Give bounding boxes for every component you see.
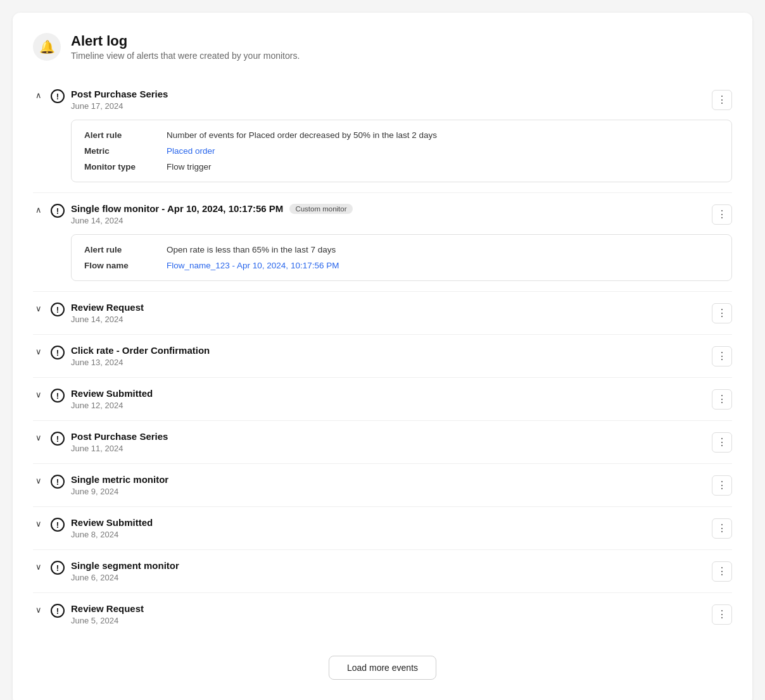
alert-detail-card: Alert rule Open rate is less than 65% in… [71,234,732,281]
chevron-button[interactable]: ∨ [33,518,44,529]
load-more-button[interactable]: Load more events [329,656,436,680]
alert-info: Single metric monitor June 9, 2024 [71,474,168,496]
more-options-button[interactable]: ⋮ [712,432,732,453]
page-container: 🔔 Alert log Timeline view of alerts that… [13,13,752,700]
alert-date: June 13, 2024 [71,358,210,367]
detail-label: Metric [84,146,167,156]
alert-item: ∨ ! Review Request June 5, 2024 ⋮ [33,593,732,635]
alert-title: Click rate - Order Confirmation [71,345,210,356]
chevron-button[interactable]: ∨ [33,432,44,443]
alert-info: Single flow monitor - Apr 10, 2024, 10:1… [71,203,353,225]
warning-icon: ! [51,389,65,403]
more-options-button[interactable]: ⋮ [712,518,732,539]
alert-left: ∧ ! Post Purchase Series June 17, 2024 [33,89,712,111]
detail-row: Metric Placed order [84,146,719,156]
alert-info: Post Purchase Series June 11, 2024 [71,431,168,453]
alert-date: June 12, 2024 [71,401,153,410]
alert-left: ∨ ! Review Request June 14, 2024 [33,302,712,324]
detail-value[interactable]: Flow_name_123 - Apr 10, 2024, 10:17:56 P… [167,261,339,270]
alert-item: ∧ ! Single flow monitor - Apr 10, 2024, … [33,193,732,292]
alert-left: ∨ ! Review Submitted June 12, 2024 [33,388,712,410]
more-options-button[interactable]: ⋮ [712,604,732,625]
alert-left: ∨ ! Single segment monitor June 6, 2024 [33,560,712,582]
alert-info: Review Request June 14, 2024 [71,302,144,324]
alert-title-row: Review Submitted [71,388,153,399]
more-options-button[interactable]: ⋮ [712,389,732,409]
alert-row: ∨ ! Click rate - Order Confirmation June… [33,345,732,367]
warning-icon: ! [51,432,65,446]
chevron-button[interactable]: ∨ [33,389,44,400]
chevron-button[interactable]: ∨ [33,604,44,615]
detail-label: Alert rule [84,245,167,254]
page-subtitle: Timeline view of alerts that were create… [71,51,300,61]
detail-value: Flow trigger [167,162,212,172]
alert-title-row: Review Request [71,603,144,614]
alert-row: ∨ ! Post Purchase Series June 11, 2024 ⋮ [33,431,732,453]
detail-value: Open rate is less than 65% in the last 7… [167,245,336,254]
warning-icon: ! [51,346,65,359]
alert-title: Review Request [71,603,144,614]
more-options-button[interactable]: ⋮ [712,346,732,366]
chevron-button[interactable]: ∧ [33,90,44,101]
chevron-button[interactable]: ∨ [33,475,44,486]
alert-date: June 14, 2024 [71,315,144,324]
detail-value[interactable]: Placed order [167,146,215,156]
alert-date: June 11, 2024 [71,444,168,453]
alert-title: Single flow monitor - Apr 10, 2024, 10:1… [71,203,283,214]
alert-item: ∨ ! Post Purchase Series June 11, 2024 ⋮ [33,421,732,464]
detail-row: Flow name Flow_name_123 - Apr 10, 2024, … [84,261,719,270]
alert-row: ∨ ! Single metric monitor June 9, 2024 ⋮ [33,474,732,496]
alert-list: ∧ ! Post Purchase Series June 17, 2024 ⋮… [33,78,732,635]
alert-title: Review Submitted [71,388,153,399]
load-more-container: Load more events [33,656,732,680]
alert-left: ∨ ! Click rate - Order Confirmation June… [33,345,712,367]
chevron-button[interactable]: ∨ [33,346,44,357]
more-options-button[interactable]: ⋮ [712,561,732,582]
alert-item: ∨ ! Review Request June 14, 2024 ⋮ [33,292,732,335]
alert-item: ∨ ! Click rate - Order Confirmation June… [33,335,732,378]
detail-row: Alert rule Number of events for Placed o… [84,130,719,140]
detail-label: Monitor type [84,162,167,172]
more-options-button[interactable]: ⋮ [712,475,732,496]
chevron-button[interactable]: ∨ [33,561,44,572]
more-options-button[interactable]: ⋮ [712,303,732,323]
detail-row: Monitor type Flow trigger [84,162,719,172]
alert-info: Click rate - Order Confirmation June 13,… [71,345,210,367]
alert-title-row: Single segment monitor [71,560,179,571]
alert-info: Review Submitted June 8, 2024 [71,517,153,539]
alert-date: June 6, 2024 [71,573,179,582]
detail-value: Number of events for Placed order decrea… [167,130,437,140]
warning-icon: ! [51,561,65,575]
alert-info: Review Submitted June 12, 2024 [71,388,153,410]
header-icon-circle: 🔔 [33,33,61,61]
chevron-button[interactable]: ∧ [33,204,44,215]
alert-item: ∨ ! Single metric monitor June 9, 2024 ⋮ [33,464,732,507]
warning-icon: ! [51,604,65,618]
alert-item: ∧ ! Post Purchase Series June 17, 2024 ⋮… [33,78,732,193]
warning-icon: ! [51,303,65,316]
alert-title-row: Click rate - Order Confirmation [71,345,210,356]
page-header: 🔔 Alert log Timeline view of alerts that… [33,33,732,61]
alert-title-row: Review Submitted [71,517,153,528]
alert-title: Review Submitted [71,517,153,528]
alert-row: ∨ ! Review Submitted June 8, 2024 ⋮ [33,517,732,539]
alert-detail-card: Alert rule Number of events for Placed o… [71,120,732,182]
more-options-button[interactable]: ⋮ [712,204,732,225]
alert-title: Post Purchase Series [71,431,168,442]
warning-icon: ! [51,475,65,489]
alert-title-row: Single metric monitor [71,474,168,485]
alert-info: Single segment monitor June 6, 2024 [71,560,179,582]
warning-icon: ! [51,89,65,103]
detail-label: Flow name [84,261,167,270]
alert-row: ∨ ! Single segment monitor June 6, 2024 … [33,560,732,582]
alert-title-row: Post Purchase Series [71,89,168,99]
alert-date: June 9, 2024 [71,487,168,496]
alert-row: ∧ ! Post Purchase Series June 17, 2024 ⋮ [33,89,732,111]
alert-left: ∨ ! Single metric monitor June 9, 2024 [33,474,712,496]
chevron-button[interactable]: ∨ [33,303,44,314]
alert-row: ∧ ! Single flow monitor - Apr 10, 2024, … [33,203,732,225]
alert-title-row: Single flow monitor - Apr 10, 2024, 10:1… [71,203,353,214]
alert-title-row: Review Request [71,302,144,313]
more-options-button[interactable]: ⋮ [712,90,732,110]
alert-date: June 8, 2024 [71,530,153,539]
